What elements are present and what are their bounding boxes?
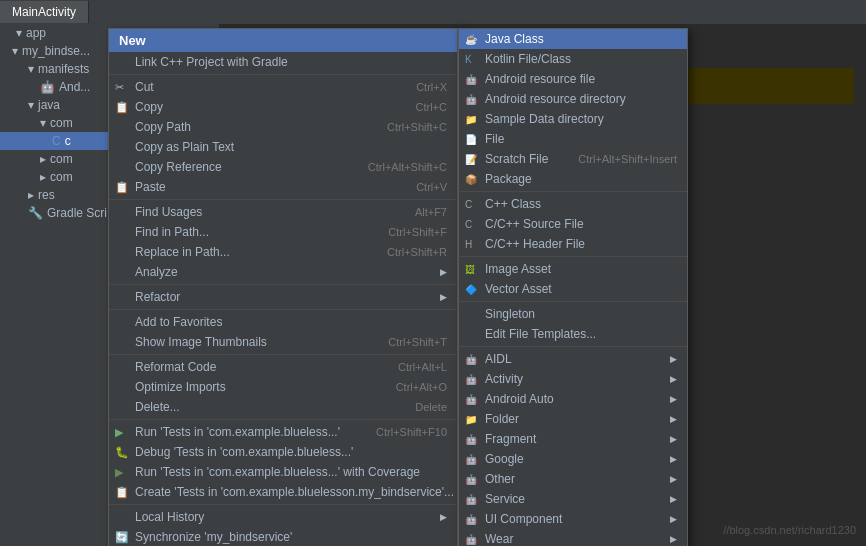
ctx-local-history[interactable]: Local History <box>109 507 457 527</box>
ctx-label: Copy as Plain Text <box>135 140 234 154</box>
sub-label: Android resource file <box>485 72 595 86</box>
ctx-label: Analyze <box>135 265 178 279</box>
sub-label: Folder <box>485 412 519 426</box>
activity-icon: 🤖 <box>465 374 477 385</box>
shortcut: Ctrl+Alt+L <box>398 361 447 373</box>
separator <box>459 256 687 257</box>
ctx-show-thumbnails[interactable]: Show Image Thumbnails Ctrl+Shift+T <box>109 332 457 352</box>
sub-cpp-source[interactable]: C C/C++ Source File <box>459 214 687 234</box>
shortcut: Ctrl+Alt+Shift+C <box>368 161 447 173</box>
sub-other[interactable]: 🤖 Other <box>459 469 687 489</box>
ctx-label: Paste <box>135 180 166 194</box>
package-icon: ▸ <box>40 170 46 184</box>
debug-icon: 🐛 <box>115 446 129 459</box>
sub-wear[interactable]: 🤖 Wear <box>459 529 687 546</box>
shortcut: Ctrl+Shift+F10 <box>376 426 447 438</box>
ctx-copy-path[interactable]: Copy Path Ctrl+Shift+C <box>109 117 457 137</box>
sub-package[interactable]: 📦 Package <box>459 169 687 189</box>
sub-aidl[interactable]: 🤖 AIDL <box>459 349 687 369</box>
shortcut: Ctrl+X <box>416 81 447 93</box>
ctx-delete[interactable]: Delete... Delete <box>109 397 457 417</box>
ctx-find-path[interactable]: Find in Path... Ctrl+Shift+F <box>109 222 457 242</box>
folder-icon2: 📁 <box>465 414 477 425</box>
paste-icon: 📋 <box>115 181 129 194</box>
ctx-add-favorites[interactable]: Add to Favorites <box>109 312 457 332</box>
sub-cpp-header[interactable]: H C/C++ Header File <box>459 234 687 254</box>
folder-icon: 📁 <box>465 114 477 125</box>
aidl-icon: 🤖 <box>465 354 477 365</box>
sub-android-resource-file[interactable]: 🤖 Android resource file <box>459 69 687 89</box>
sub-ui-component[interactable]: 🤖 UI Component <box>459 509 687 529</box>
ctx-analyze[interactable]: Analyze <box>109 262 457 282</box>
sub-sample-data-dir[interactable]: 📁 Sample Data directory <box>459 109 687 129</box>
sub-scratch-file[interactable]: 📝 Scratch File Ctrl+Alt+Shift+Insert <box>459 149 687 169</box>
ctx-paste[interactable]: 📋 Paste Ctrl+V <box>109 177 457 197</box>
ctx-label: Refactor <box>135 290 180 304</box>
ctx-debug-tests[interactable]: 🐛 Debug 'Tests in 'com.example.blueless.… <box>109 442 457 462</box>
sub-kotlin-file[interactable]: K Kotlin File/Class <box>459 49 687 69</box>
sub-cpp-class[interactable]: C C++ Class <box>459 194 687 214</box>
sub-folder[interactable]: 📁 Folder <box>459 409 687 429</box>
ui-component-icon: 🤖 <box>465 514 477 525</box>
sub-label: Package <box>485 172 532 186</box>
ctx-refactor[interactable]: Refactor <box>109 287 457 307</box>
ctx-reformat[interactable]: Reformat Code Ctrl+Alt+L <box>109 357 457 377</box>
sub-fragment[interactable]: 🤖 Fragment <box>459 429 687 449</box>
sub-label: UI Component <box>485 512 562 526</box>
ctx-label: Delete... <box>135 400 180 414</box>
sub-image-asset[interactable]: 🖼 Image Asset <box>459 259 687 279</box>
sidebar-label: And... <box>59 80 90 94</box>
sub-activity[interactable]: 🤖 Activity <box>459 369 687 389</box>
sub-edit-file-templates[interactable]: Edit File Templates... <box>459 324 687 344</box>
ctx-optimize-imports[interactable]: Optimize Imports Ctrl+Alt+O <box>109 377 457 397</box>
android-icon: 🤖 <box>465 94 477 105</box>
ctx-replace-path[interactable]: Replace in Path... Ctrl+Shift+R <box>109 242 457 262</box>
folder-icon: ▸ <box>28 188 34 202</box>
sub-label: Wear <box>485 532 513 546</box>
ctx-label: Find Usages <box>135 205 202 219</box>
ctx-find-usages[interactable]: Find Usages Alt+F7 <box>109 202 457 222</box>
sub-android-resource-dir[interactable]: 🤖 Android resource directory <box>459 89 687 109</box>
sub-service[interactable]: 🤖 Service <box>459 489 687 509</box>
separator <box>109 354 457 355</box>
context-menu-header: New <box>109 29 457 52</box>
ctx-create-tests[interactable]: 📋 Create 'Tests in 'com.example.blueless… <box>109 482 457 502</box>
ctx-label: Synchronize 'my_bindservice' <box>135 530 292 544</box>
android-icon: 🤖 <box>465 74 477 85</box>
file-icon: 🤖 <box>40 80 55 94</box>
ctx-label: Run 'Tests in 'com.example.blueless...' … <box>135 465 420 479</box>
sub-label: Other <box>485 472 515 486</box>
ctx-cut[interactable]: ✂ Cut Ctrl+X <box>109 77 457 97</box>
sub-label: Activity <box>485 372 523 386</box>
create-icon: 📋 <box>115 486 129 499</box>
gradle-icon: 🔧 <box>28 206 43 220</box>
sub-vector-asset[interactable]: 🔷 Vector Asset <box>459 279 687 299</box>
shortcut: Alt+F7 <box>415 206 447 218</box>
folder-icon: ▾ <box>28 62 34 76</box>
sidebar-label: com <box>50 116 73 130</box>
ctx-link-cpp[interactable]: Link C++ Project with Gradle <box>109 52 457 72</box>
ctx-synchronize[interactable]: 🔄 Synchronize 'my_bindservice' <box>109 527 457 546</box>
service-icon: 🤖 <box>465 494 477 505</box>
submenu-new: ☕ Java Class K Kotlin File/Class 🤖 Andro… <box>458 28 688 546</box>
ctx-copy-plain[interactable]: Copy as Plain Text <box>109 137 457 157</box>
ctx-copy[interactable]: 📋 Copy Ctrl+C <box>109 97 457 117</box>
sub-label: Android resource directory <box>485 92 626 106</box>
sub-file[interactable]: 📄 File <box>459 129 687 149</box>
ctx-run-coverage[interactable]: ▶ Run 'Tests in 'com.example.blueless...… <box>109 462 457 482</box>
separator <box>459 301 687 302</box>
sub-google[interactable]: 🤖 Google <box>459 449 687 469</box>
sub-label: Scratch File <box>485 152 548 166</box>
shortcut: Delete <box>415 401 447 413</box>
sidebar-label: Gradle Scri... <box>47 206 117 220</box>
sub-label: AIDL <box>485 352 512 366</box>
sub-singleton[interactable]: Singleton <box>459 304 687 324</box>
sub-java-class[interactable]: ☕ Java Class <box>459 29 687 49</box>
wear-icon: 🤖 <box>465 534 477 545</box>
ctx-copy-ref[interactable]: Copy Reference Ctrl+Alt+Shift+C <box>109 157 457 177</box>
sub-android-auto[interactable]: 🤖 Android Auto <box>459 389 687 409</box>
separator <box>459 346 687 347</box>
tab-mainactivity[interactable]: MainActivity <box>0 1 89 23</box>
ctx-run-tests[interactable]: ▶ Run 'Tests in 'com.example.blueless...… <box>109 422 457 442</box>
sub-label: File <box>485 132 504 146</box>
